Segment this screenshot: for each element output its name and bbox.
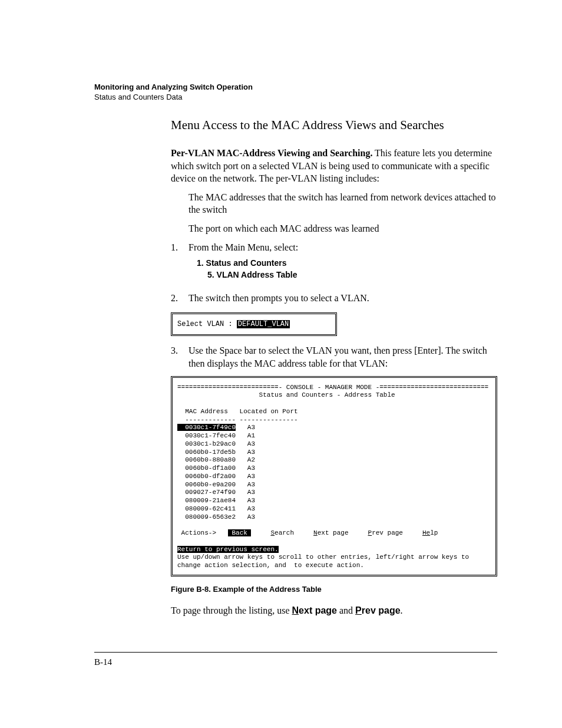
doc-header-subtitle: Status and Counters Data [94, 93, 497, 101]
page-number: B-14 [94, 652, 497, 667]
figure-caption: Figure B-8. Example of the Address Table [171, 585, 497, 594]
bullet-2: The port on which each MAC address was l… [189, 222, 497, 235]
step-3-num: 3. [171, 344, 189, 370]
doc-header-title: Monitoring and Analyzing Switch Operatio… [94, 83, 497, 91]
step-2-text: The switch then prompts you to select a … [189, 292, 497, 305]
action-next-page: Next page [292, 605, 337, 615]
vlan-select-label: Select VLAN : [177, 320, 237, 328]
tail-pre: To page through the listing, use [171, 605, 292, 615]
section-heading: Menu Access to the MAC Address Views and… [171, 118, 497, 133]
step-2-num: 2. [171, 292, 189, 305]
intro-paragraph: Per-VLAN MAC-Address Viewing and Searchi… [171, 147, 497, 185]
action-prev-page: Prev page [355, 605, 400, 615]
step-3-text: Use the Space bar to select the VLAN you… [189, 344, 497, 370]
action-prev[interactable]: Prev page [368, 529, 403, 536]
vlan-select-value[interactable]: DEFAULT_VLAN [237, 320, 290, 328]
action-help[interactable]: Help [422, 529, 438, 536]
menu-path-1: 1. Status and Counters [197, 257, 497, 269]
tail-post: . [401, 605, 403, 615]
action-back[interactable]: Back [228, 529, 252, 536]
tail-and: and [337, 605, 355, 615]
intro-lead: Per-VLAN MAC-Address Viewing and Searchi… [171, 148, 372, 158]
menu-path-2: 5. VLAN Address Table [207, 269, 497, 281]
console-screenshot: ==========================- CONSOLE - MA… [171, 376, 497, 577]
tail-paragraph: To page through the listing, use Next pa… [171, 604, 497, 617]
table-row[interactable]: 0030c1-7f49c0 [177, 424, 236, 431]
bullet-1: The MAC addresses that the switch has le… [189, 191, 497, 216]
vlan-select-box: Select VLAN : DEFAULT_VLAN [171, 312, 337, 336]
action-search[interactable]: Search [270, 529, 294, 536]
action-next[interactable]: Next page [313, 529, 348, 536]
console-status: Return to previous screen. [177, 546, 279, 553]
step-1-num: 1. [171, 241, 189, 287]
step-1-text: From the Main Menu, select: [189, 241, 497, 254]
